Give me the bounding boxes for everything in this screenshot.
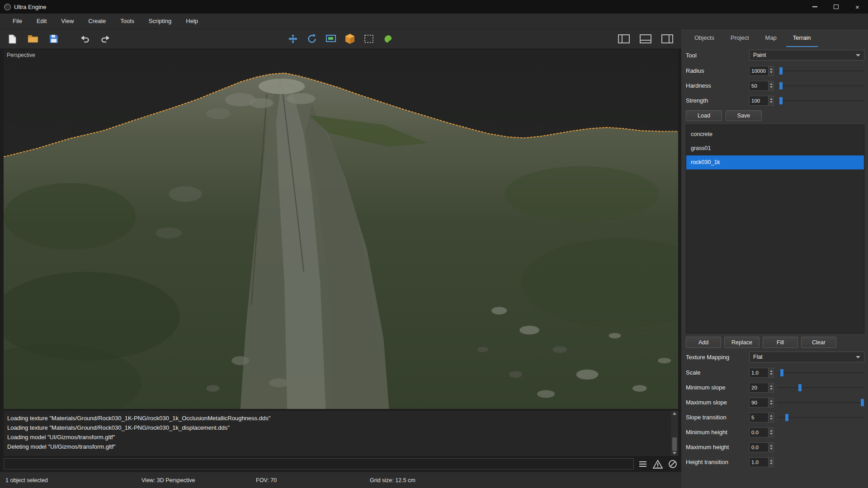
spinner-up-icon[interactable] — [770, 68, 773, 70]
spinner-down-icon[interactable] — [770, 388, 773, 390]
undo-button[interactable] — [78, 32, 91, 46]
save-button[interactable] — [47, 32, 61, 46]
scroll-down-icon[interactable] — [673, 452, 676, 455]
spinner-down-icon[interactable] — [770, 418, 773, 420]
min-height-input[interactable]: 0.0 — [749, 427, 768, 437]
spinner-down-icon[interactable] — [770, 403, 773, 405]
max-height-input[interactable]: 0.0 — [749, 442, 768, 452]
hardness-slider-handle[interactable] — [779, 82, 783, 89]
hardness-slider[interactable] — [778, 81, 864, 91]
spinner-down-icon[interactable] — [770, 71, 773, 73]
add-button[interactable]: Add — [686, 337, 721, 348]
load-button[interactable]: Load — [686, 110, 722, 121]
layout-left-panel-button[interactable] — [617, 32, 631, 46]
strength-input[interactable]: 100 — [749, 96, 768, 106]
console-command-input[interactable] — [4, 458, 634, 469]
menu-edit[interactable]: Edit — [29, 14, 54, 28]
menu-scripting[interactable]: Scripting — [142, 14, 179, 28]
close-button[interactable]: × — [847, 0, 868, 14]
strength-spinner[interactable] — [768, 96, 774, 106]
texture-item-grass01[interactable]: grass01 — [686, 141, 864, 155]
tab-map[interactable]: Map — [759, 29, 783, 47]
open-button[interactable] — [26, 32, 40, 46]
console-scrollbar[interactable] — [671, 411, 678, 456]
viewport-3d[interactable]: Perspective — [4, 50, 678, 409]
spinner-down-icon[interactable] — [770, 101, 773, 103]
menu-view[interactable]: View — [54, 14, 81, 28]
menu-file[interactable]: File — [5, 14, 29, 28]
slope-transition-spinner[interactable] — [768, 413, 774, 422]
min-slope-slider[interactable] — [778, 383, 864, 393]
spinner-down-icon[interactable] — [770, 373, 773, 375]
max-slope-slider-handle[interactable] — [861, 399, 864, 406]
spinner-down-icon[interactable] — [770, 86, 773, 88]
slope-transition-slider[interactable] — [778, 413, 864, 422]
hardness-input[interactable]: 50 — [749, 81, 768, 91]
strength-slider-handle[interactable] — [779, 97, 783, 104]
spinner-up-icon[interactable] — [770, 415, 773, 417]
spinner-up-icon[interactable] — [770, 400, 773, 402]
scale-tool-button[interactable] — [324, 32, 338, 46]
max-slope-slider[interactable] — [778, 398, 864, 408]
texture-item-concrete[interactable]: concrete — [686, 127, 864, 141]
terrain-paint-tool-button[interactable] — [381, 32, 395, 46]
clear-log-button[interactable] — [667, 459, 678, 469]
menu-help[interactable]: Help — [179, 14, 205, 28]
min-slope-input[interactable]: 20 — [749, 383, 768, 393]
rotate-tool-button[interactable] — [305, 32, 319, 46]
new-file-button[interactable] — [5, 32, 19, 46]
log-list-button[interactable] — [637, 459, 648, 469]
scale-slider-handle[interactable] — [780, 369, 783, 376]
scale-input[interactable]: 1.0 — [749, 368, 768, 378]
layout-bottom-panel-button[interactable] — [639, 32, 652, 46]
radius-spinner[interactable] — [768, 66, 774, 76]
spinner-up-icon[interactable] — [770, 83, 773, 85]
spinner-down-icon[interactable] — [770, 433, 773, 435]
hardness-spinner[interactable] — [768, 81, 774, 91]
scrollbar-thumb[interactable] — [672, 437, 677, 451]
slope-transition-input[interactable]: 5 — [749, 413, 768, 422]
scrollbar-track[interactable] — [671, 415, 678, 452]
height-transition-input[interactable]: 1.0 — [749, 457, 768, 467]
menu-tools[interactable]: Tools — [113, 14, 141, 28]
maximize-button[interactable] — [826, 0, 847, 14]
tab-project[interactable]: Project — [724, 29, 755, 47]
replace-button[interactable]: Replace — [724, 337, 760, 348]
radius-slider-handle[interactable] — [779, 67, 783, 75]
tool-dropdown[interactable]: Paint — [749, 50, 864, 61]
scale-slider[interactable] — [778, 368, 864, 378]
slope-transition-slider-handle[interactable] — [785, 414, 788, 421]
texture-item-rock030-1k[interactable]: rock030_1k — [686, 155, 864, 169]
menu-create[interactable]: Create — [81, 14, 113, 28]
spinner-down-icon[interactable] — [770, 463, 773, 465]
max-slope-input[interactable]: 90 — [749, 398, 768, 408]
spinner-up-icon[interactable] — [770, 430, 773, 432]
save-terrain-button[interactable]: Save — [726, 110, 762, 121]
height-transition-spinner[interactable] — [768, 457, 774, 467]
layout-right-panel-button[interactable] — [660, 32, 674, 46]
objects-tool-button[interactable] — [343, 32, 357, 46]
radius-input[interactable]: 10000 — [749, 66, 768, 76]
spinner-up-icon[interactable] — [770, 445, 773, 446]
min-height-spinner[interactable] — [768, 427, 774, 437]
tab-terrain[interactable]: Terrain — [786, 29, 818, 47]
max-height-spinner[interactable] — [768, 442, 774, 452]
max-slope-spinner[interactable] — [768, 398, 774, 408]
tab-objects[interactable]: Objects — [688, 29, 721, 47]
spinner-down-icon[interactable] — [770, 448, 773, 450]
min-slope-slider-handle[interactable] — [798, 384, 802, 391]
redo-button[interactable] — [99, 32, 112, 46]
viewport-3d-canvas[interactable] — [4, 50, 678, 409]
scale-spinner[interactable] — [768, 368, 774, 378]
clear-button[interactable]: Clear — [801, 337, 836, 348]
warnings-button[interactable] — [652, 459, 663, 469]
spinner-up-icon[interactable] — [770, 370, 773, 372]
spinner-up-icon[interactable] — [770, 98, 773, 100]
radius-slider[interactable] — [778, 66, 864, 76]
minimize-button[interactable] — [804, 0, 826, 14]
spinner-up-icon[interactable] — [770, 460, 773, 461]
min-slope-spinner[interactable] — [768, 383, 774, 393]
move-tool-button[interactable] — [286, 32, 300, 46]
strength-slider[interactable] — [778, 96, 864, 106]
spinner-up-icon[interactable] — [770, 385, 773, 387]
